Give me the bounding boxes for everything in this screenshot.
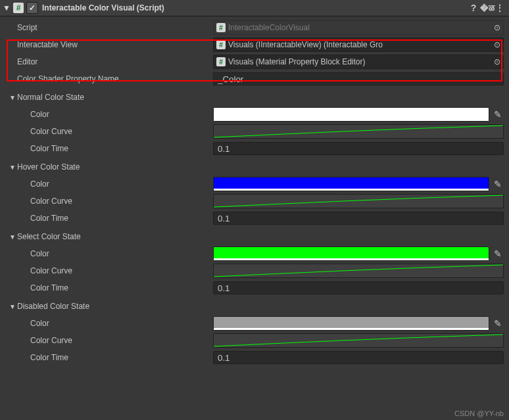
hover-curve-label: Color Curve: [17, 197, 213, 206]
watermark: CSDN @YY-nb: [454, 409, 504, 417]
normal-color-swatch[interactable]: [213, 107, 489, 122]
select-curve-field[interactable]: [213, 264, 504, 278]
disabled-foldout[interactable]: ▼: [9, 303, 16, 310]
component-enabled-checkbox[interactable]: ✓: [26, 2, 38, 14]
preset-icon[interactable]: �ळ: [480, 3, 493, 14]
select-curve-label: Color Curve: [17, 266, 213, 275]
normal-foldout[interactable]: ▼: [9, 94, 16, 101]
context-menu-icon[interactable]: ⋮: [493, 3, 506, 13]
eyedropper-icon[interactable]: ✎: [492, 109, 504, 120]
script-field: # InteractableColorVisual ⊙: [213, 20, 504, 35]
editor-value: Visuals (Material Property Block Editor): [228, 57, 366, 66]
hover-foldout[interactable]: ▼: [9, 164, 16, 171]
shader-prop-label: Color Shader Property Name: [17, 74, 213, 83]
hover-curve-field[interactable]: [213, 194, 504, 208]
eyedropper-icon[interactable]: ✎: [492, 248, 504, 259]
hover-color-swatch[interactable]: [213, 177, 489, 191]
select-color-label: Color: [17, 249, 213, 258]
component-foldout[interactable]: ▼: [3, 3, 11, 12]
select-color-swatch[interactable]: [213, 246, 489, 261]
disabled-color-label: Color: [17, 319, 213, 328]
select-time-input[interactable]: [213, 281, 504, 294]
disabled-time-label: Color Time: [17, 353, 213, 362]
object-picker-icon: ⊙: [494, 23, 500, 32]
script-component-icon: #: [13, 3, 24, 13]
script-value: InteractableColorVisual: [228, 23, 310, 32]
disabled-curve-field[interactable]: [213, 333, 504, 348]
object-picker-icon[interactable]: ⊙: [494, 40, 500, 49]
normal-time-input[interactable]: [213, 142, 504, 155]
interactable-view-label: Interactable View: [17, 40, 213, 49]
eyedropper-icon[interactable]: ✎: [492, 318, 504, 329]
select-foldout[interactable]: ▼: [9, 233, 16, 241]
normal-time-label: Color Time: [17, 144, 213, 153]
select-title: Select Color State: [17, 232, 213, 241]
normal-title: Normal Color State: [17, 93, 213, 102]
disabled-time-input[interactable]: [213, 351, 504, 364]
eyedropper-icon[interactable]: ✎: [492, 179, 504, 189]
normal-curve-field[interactable]: [213, 124, 504, 139]
disabled-curve-label: Color Curve: [17, 336, 213, 345]
interactable-view-value: Visuals (IInteractableView) (Interactabl…: [228, 40, 383, 49]
editor-field[interactable]: # Visuals (Material Property Block Edito…: [213, 55, 504, 69]
normal-color-label: Color: [17, 110, 213, 119]
component-title: Interactable Color Visual (Script): [42, 3, 467, 12]
script-icon: #: [216, 40, 226, 49]
disabled-title: Disabled Color State: [17, 302, 213, 311]
script-label: Script: [17, 23, 213, 32]
hover-time-label: Color Time: [17, 214, 213, 223]
normal-curve-label: Color Curve: [17, 127, 213, 136]
script-icon: #: [216, 57, 226, 66]
help-icon[interactable]: ?: [467, 3, 480, 13]
hover-color-label: Color: [17, 179, 213, 189]
hover-time-input[interactable]: [213, 212, 504, 225]
hover-title: Hover Color State: [17, 162, 213, 172]
shader-prop-input[interactable]: [213, 72, 504, 85]
script-icon: #: [216, 23, 226, 32]
editor-label: Editor: [17, 57, 213, 66]
object-picker-icon[interactable]: ⊙: [494, 57, 500, 66]
select-time-label: Color Time: [17, 283, 213, 292]
disabled-color-swatch[interactable]: [213, 316, 489, 331]
interactable-view-field[interactable]: # Visuals (IInteractableView) (Interacta…: [213, 37, 504, 52]
